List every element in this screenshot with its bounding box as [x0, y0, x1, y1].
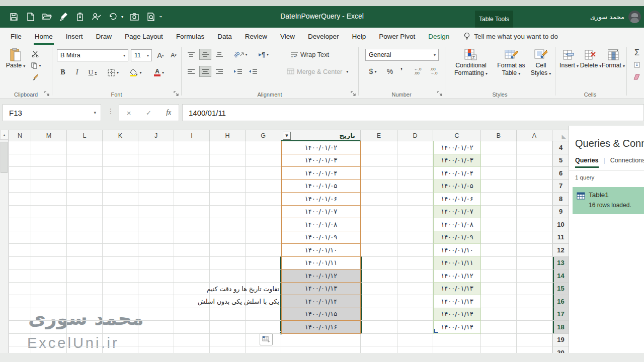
cell[interactable]: [517, 193, 552, 206]
cell[interactable]: [517, 269, 552, 283]
cell[interactable]: [31, 218, 67, 231]
cell[interactable]: [246, 346, 281, 353]
cell[interactable]: [246, 193, 281, 206]
cell[interactable]: [67, 308, 103, 321]
italic-button[interactable]: I: [72, 67, 82, 78]
cell[interactable]: [9, 244, 31, 257]
cell[interactable]: [481, 321, 517, 334]
cell[interactable]: [67, 283, 103, 296]
cell[interactable]: [9, 231, 31, 244]
cell[interactable]: [31, 167, 67, 180]
tab-home[interactable]: Home: [28, 28, 59, 45]
avatar[interactable]: [628, 11, 641, 23]
row-header-18[interactable]: 18: [552, 321, 569, 334]
filter-icon[interactable]: ▼: [283, 132, 291, 140]
cell[interactable]: [397, 257, 433, 270]
cell-C9[interactable]: ۱۴۰۰/۰۱/۰۷: [433, 206, 481, 219]
cell[interactable]: [517, 206, 552, 219]
cell[interactable]: [210, 167, 246, 180]
cell[interactable]: [103, 346, 138, 353]
tab-help[interactable]: Help: [346, 28, 373, 45]
cell[interactable]: [67, 180, 103, 193]
column-header-D[interactable]: D: [397, 130, 433, 141]
cell[interactable]: [174, 244, 210, 257]
comma-style-icon[interactable]: ’: [397, 66, 406, 77]
cell[interactable]: [517, 321, 552, 334]
borders-icon[interactable]: [105, 67, 121, 78]
enter-icon[interactable]: ✓: [146, 109, 151, 117]
cell[interactable]: [67, 167, 103, 180]
row-header-11[interactable]: 11: [552, 231, 569, 244]
account-area[interactable]: محمد سوری: [590, 11, 641, 23]
align-center-icon[interactable]: [199, 66, 211, 77]
cell[interactable]: [138, 180, 174, 193]
cell-F14[interactable]: ۱۴۰۰/۰۱/۱۲: [281, 269, 361, 283]
select-all-corner[interactable]: ◣: [552, 130, 569, 141]
align-right-icon[interactable]: [213, 66, 225, 77]
underline-button[interactable]: U: [85, 67, 100, 78]
cell[interactable]: [67, 231, 103, 244]
cell[interactable]: [174, 269, 210, 283]
cell[interactable]: [103, 206, 138, 219]
cell[interactable]: [517, 244, 552, 257]
tell-me-box[interactable]: Tell me what you want to do: [464, 28, 558, 45]
row-header-8[interactable]: 8: [552, 193, 569, 206]
cell[interactable]: [481, 167, 517, 180]
cell[interactable]: [481, 334, 517, 347]
cell[interactable]: [210, 180, 246, 193]
cell-F11[interactable]: ۱۴۰۰/۰۱/۰۹: [281, 231, 361, 244]
column-header-B[interactable]: B: [481, 130, 517, 141]
cell[interactable]: [67, 334, 103, 347]
cell[interactable]: [397, 244, 433, 257]
cell[interactable]: [246, 269, 281, 283]
cell[interactable]: [397, 283, 433, 296]
autosum-icon[interactable]: Σ: [632, 48, 642, 58]
tab-queries[interactable]: Queries: [575, 157, 599, 168]
cell[interactable]: [103, 167, 138, 180]
cell[interactable]: [397, 206, 433, 219]
decrease-indent-icon[interactable]: [247, 66, 260, 77]
cell[interactable]: [174, 180, 210, 193]
cell[interactable]: [361, 218, 397, 231]
column-header-N[interactable]: N: [9, 130, 31, 141]
cell[interactable]: [67, 244, 103, 257]
cell[interactable]: [361, 321, 397, 334]
cell[interactable]: [103, 231, 138, 244]
cell[interactable]: [174, 295, 210, 308]
cell-F5[interactable]: ۱۴۰۰/۰۱/۰۳: [281, 154, 361, 167]
cell-C7[interactable]: ۱۴۰۰/۰۱/۰۵: [433, 180, 481, 193]
cell[interactable]: [246, 257, 281, 270]
cell[interactable]: [246, 308, 281, 321]
cell[interactable]: [361, 206, 397, 219]
cell[interactable]: [246, 218, 281, 231]
cell[interactable]: [210, 218, 246, 231]
cell[interactable]: [517, 283, 552, 296]
cell[interactable]: [103, 269, 138, 283]
cell-C5[interactable]: ۱۴۰۰/۰۱/۰۳: [433, 154, 481, 167]
open-folder-icon[interactable]: [41, 11, 52, 22]
row-header-13[interactable]: 13: [552, 257, 569, 270]
font-dialog-launcher-icon[interactable]: [174, 91, 179, 97]
align-top-icon[interactable]: [185, 49, 197, 60]
bold-button[interactable]: B: [58, 67, 68, 78]
wrap-text-button[interactable]: Wrap Text: [291, 49, 351, 60]
cell[interactable]: [103, 218, 138, 231]
formula-input[interactable]: 1400/01/11: [182, 104, 644, 121]
query-item-table1[interactable]: Table1 16 rows loaded.: [573, 187, 644, 214]
cell[interactable]: [103, 141, 138, 154]
row-header-16[interactable]: 16: [552, 295, 569, 308]
column-header-date[interactable]: ▼تاریخ: [281, 130, 361, 141]
cell[interactable]: [138, 269, 174, 283]
cell[interactable]: [9, 346, 31, 353]
cell[interactable]: [397, 295, 433, 308]
format-as-table-button[interactable]: Format as Table: [495, 48, 527, 77]
cell[interactable]: [67, 346, 103, 353]
cell[interactable]: [138, 154, 174, 167]
cell[interactable]: [9, 308, 31, 321]
cancel-icon[interactable]: ×: [127, 109, 131, 117]
cell[interactable]: [31, 269, 67, 283]
cell[interactable]: [481, 141, 517, 154]
cell[interactable]: [481, 154, 517, 167]
align-bottom-icon[interactable]: [213, 49, 225, 60]
cell[interactable]: [210, 334, 246, 347]
